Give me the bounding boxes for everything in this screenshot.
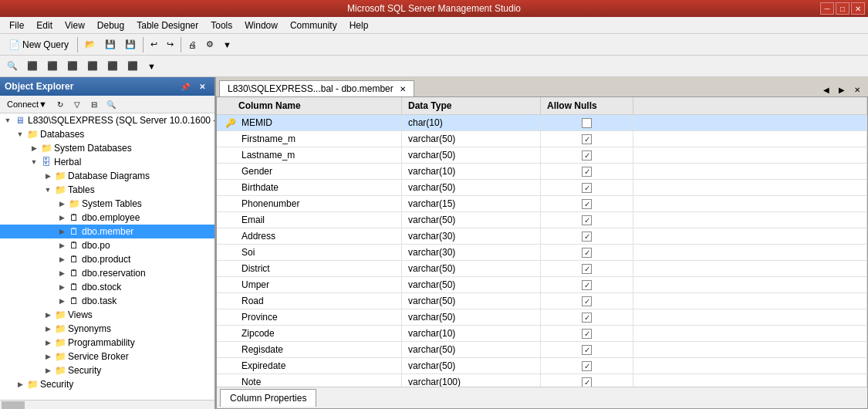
po-expander[interactable]: ▶ bbox=[56, 239, 68, 252]
col-nulls-cell[interactable] bbox=[541, 245, 633, 260]
new-query-button[interactable]: 📄 New Query bbox=[3, 37, 74, 52]
allow-nulls-checkbox[interactable] bbox=[582, 313, 592, 323]
server-expander[interactable]: ▼ bbox=[2, 114, 14, 127]
menu-community[interactable]: Community bbox=[284, 19, 343, 32]
table-item-member[interactable]: ▶ 🗒 dbo.member bbox=[0, 225, 214, 238]
tb2-btn7[interactable]: ⬛ bbox=[123, 59, 142, 73]
system-tables-node[interactable]: ▶ 📁 System Tables bbox=[0, 197, 214, 211]
undo-btn[interactable]: ↩ bbox=[147, 37, 161, 52]
system-db-expander[interactable]: ▶ bbox=[28, 142, 40, 154]
allow-nulls-checkbox[interactable] bbox=[582, 264, 592, 274]
col-nulls-cell[interactable] bbox=[541, 147, 633, 163]
menu-file[interactable]: File bbox=[3, 19, 30, 32]
table-row[interactable]: Gendervarchar(10) bbox=[217, 164, 867, 180]
menu-table-designer[interactable]: Table Designer bbox=[130, 19, 204, 32]
col-nulls-cell[interactable] bbox=[541, 277, 633, 292]
menu-edit[interactable]: Edit bbox=[30, 19, 59, 32]
tables-expander[interactable]: ▼ bbox=[42, 184, 54, 196]
col-nulls-cell[interactable] bbox=[541, 374, 633, 387]
table-item-stock[interactable]: ▶ 🗒 dbo.stock bbox=[0, 280, 214, 294]
table-row[interactable]: Provincevarchar(50) bbox=[217, 309, 867, 326]
table-row[interactable]: Firstname_mvarchar(50) bbox=[217, 131, 867, 147]
dropdown-btn[interactable]: ▼ bbox=[219, 38, 235, 52]
tab-close-icon[interactable]: ✕ bbox=[400, 85, 406, 93]
table-row[interactable]: 🔑MEMIDchar(10) bbox=[217, 115, 867, 131]
table-row[interactable]: Regisdatevarchar(50) bbox=[217, 342, 867, 358]
col-nulls-cell[interactable] bbox=[541, 164, 633, 179]
product-expander[interactable]: ▶ bbox=[56, 253, 68, 265]
save-all-btn[interactable]: 💾 bbox=[121, 37, 140, 52]
oe-pin-btn[interactable]: 📌 bbox=[177, 79, 193, 93]
db-diagrams-expander[interactable]: ▶ bbox=[42, 170, 54, 182]
table-row[interactable]: Umpervarchar(50) bbox=[217, 277, 867, 293]
oe-close-btn[interactable]: ✕ bbox=[194, 79, 210, 93]
table-item-employee[interactable]: ▶ 🗒 dbo.employee bbox=[0, 211, 214, 225]
col-nulls-cell[interactable] bbox=[541, 228, 633, 244]
print-btn[interactable]: 🖨 bbox=[184, 38, 201, 52]
table-item-task[interactable]: ▶ 🗒 dbo.task bbox=[0, 294, 214, 308]
table-row[interactable]: Zipcodevarchar(10) bbox=[217, 326, 867, 342]
reservation-expander[interactable]: ▶ bbox=[56, 267, 68, 279]
allow-nulls-checkbox[interactable] bbox=[582, 345, 592, 355]
table-row[interactable]: Addressvarchar(30) bbox=[217, 228, 867, 245]
table-row[interactable]: Soivarchar(30) bbox=[217, 245, 867, 261]
system-tables-expander[interactable]: ▶ bbox=[56, 198, 68, 210]
allow-nulls-checkbox[interactable] bbox=[582, 361, 592, 371]
system-databases-node[interactable]: ▶ 📁 System Databases bbox=[0, 141, 214, 155]
menu-debug[interactable]: Debug bbox=[91, 19, 130, 32]
allow-nulls-checkbox[interactable] bbox=[582, 134, 592, 144]
menu-window[interactable]: Window bbox=[238, 19, 284, 32]
task-expander[interactable]: ▶ bbox=[56, 295, 68, 307]
allow-nulls-checkbox[interactable] bbox=[582, 215, 592, 225]
table-row[interactable]: Expiredatevarchar(50) bbox=[217, 358, 867, 374]
tb2-btn1[interactable]: 🔍 bbox=[3, 59, 22, 73]
table-row[interactable]: Notevarchar(100) bbox=[217, 374, 867, 387]
allow-nulls-checkbox[interactable] bbox=[582, 183, 592, 193]
tab-nav-right[interactable]: ▶ bbox=[834, 83, 849, 96]
tb2-btn5[interactable]: ⬛ bbox=[83, 59, 102, 73]
databases-expander[interactable]: ▼ bbox=[14, 128, 26, 140]
herbal-security-node[interactable]: ▶ 📁 Security bbox=[0, 363, 214, 377]
table-item-product[interactable]: ▶ 🗒 dbo.product bbox=[0, 252, 214, 266]
allow-nulls-checkbox[interactable] bbox=[582, 329, 592, 339]
menu-view[interactable]: View bbox=[59, 19, 91, 32]
col-nulls-cell[interactable] bbox=[541, 358, 633, 374]
col-nulls-cell[interactable] bbox=[541, 326, 633, 341]
menu-tools[interactable]: Tools bbox=[204, 19, 238, 32]
views-expander[interactable]: ▶ bbox=[42, 309, 54, 321]
tables-node[interactable]: ▼ 📁 Tables bbox=[0, 183, 214, 197]
synonyms-expander[interactable]: ▶ bbox=[42, 323, 54, 335]
tb2-btn3[interactable]: ⬛ bbox=[43, 59, 62, 73]
oe-collapse-btn[interactable]: ⊟ bbox=[86, 97, 102, 111]
views-node[interactable]: ▶ 📁 Views bbox=[0, 308, 214, 322]
herbal-expander[interactable]: ▼ bbox=[28, 156, 40, 168]
service-broker-expander[interactable]: ▶ bbox=[42, 350, 54, 363]
col-nulls-cell[interactable] bbox=[541, 131, 633, 147]
tb2-dropdown[interactable]: ▼ bbox=[144, 59, 160, 73]
service-broker-node[interactable]: ▶ 📁 Service Broker bbox=[0, 350, 214, 363]
allow-nulls-checkbox[interactable] bbox=[582, 280, 592, 290]
synonyms-node[interactable]: ▶ 📁 Synonyms bbox=[0, 322, 214, 336]
allow-nulls-checkbox[interactable] bbox=[582, 199, 592, 209]
table-row[interactable]: Birthdatevarchar(50) bbox=[217, 180, 867, 196]
allow-nulls-checkbox[interactable] bbox=[582, 150, 592, 161]
open-btn[interactable]: 📂 bbox=[81, 37, 100, 52]
allow-nulls-checkbox[interactable] bbox=[582, 232, 592, 242]
server-node[interactable]: ▼ 🖥 L830\SQLEXPRESS (SQL Server 10.0.160… bbox=[0, 113, 214, 127]
table-row[interactable]: Phonenumbervarchar(15) bbox=[217, 196, 867, 212]
programmability-node[interactable]: ▶ 📁 Programmability bbox=[0, 336, 214, 350]
table-row[interactable]: Districtvarchar(50) bbox=[217, 261, 867, 277]
col-nulls-cell[interactable] bbox=[541, 261, 633, 276]
oe-scrollbar-h[interactable] bbox=[0, 400, 214, 409]
close-button[interactable]: ✕ bbox=[851, 2, 865, 15]
db-diagrams-node[interactable]: ▶ 📁 Database Diagrams bbox=[0, 169, 214, 183]
member-expander[interactable]: ▶ bbox=[56, 225, 68, 238]
col-nulls-cell[interactable] bbox=[541, 342, 633, 357]
tb2-btn4[interactable]: ⬛ bbox=[63, 59, 82, 73]
programmability-expander[interactable]: ▶ bbox=[42, 336, 54, 349]
properties-btn[interactable]: ⚙ bbox=[202, 37, 218, 52]
herbal-node[interactable]: ▼ 🗄 Herbal bbox=[0, 155, 214, 169]
minimize-button[interactable]: ─ bbox=[820, 2, 834, 15]
table-item-reservation[interactable]: ▶ 🗒 dbo.reservation bbox=[0, 266, 214, 280]
allow-nulls-checkbox[interactable] bbox=[582, 118, 592, 128]
